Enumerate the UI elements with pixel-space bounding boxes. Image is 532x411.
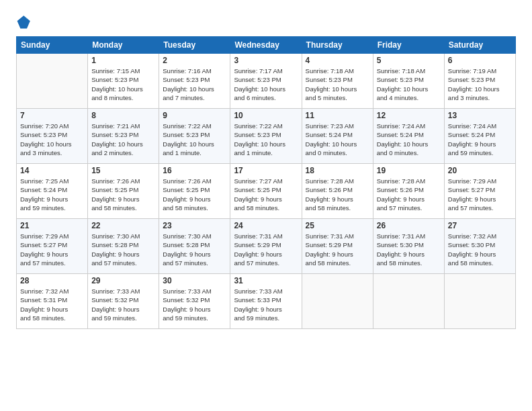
day-info: Sunrise: 7:27 AM Sunset: 5:25 PM Dayligh… [234, 177, 298, 212]
calendar-cell: 10Sunrise: 7:22 AM Sunset: 5:23 PM Dayli… [230, 109, 302, 164]
day-info: Sunrise: 7:31 AM Sunset: 5:30 PM Dayligh… [377, 232, 441, 267]
calendar-cell [17, 54, 88, 109]
calendar-day-header: Wednesday [230, 37, 302, 54]
day-number: 25 [306, 221, 369, 230]
calendar-day-header: Thursday [302, 37, 373, 54]
calendar-cell: 12Sunrise: 7:24 AM Sunset: 5:24 PM Dayli… [373, 109, 444, 164]
day-info: Sunrise: 7:33 AM Sunset: 5:32 PM Dayligh… [91, 287, 155, 322]
day-number: 17 [234, 166, 298, 175]
logo [16, 13, 35, 30]
day-info: Sunrise: 7:29 AM Sunset: 5:27 PM Dayligh… [448, 177, 512, 212]
day-info: Sunrise: 7:26 AM Sunset: 5:25 PM Dayligh… [91, 177, 155, 212]
day-number: 29 [91, 276, 155, 285]
day-info: Sunrise: 7:32 AM Sunset: 5:30 PM Dayligh… [448, 232, 512, 267]
day-number: 15 [91, 166, 155, 175]
calendar-cell: 20Sunrise: 7:29 AM Sunset: 5:27 PM Dayli… [444, 164, 515, 219]
day-info: Sunrise: 7:30 AM Sunset: 5:28 PM Dayligh… [91, 232, 155, 267]
calendar-cell: 1Sunrise: 7:15 AM Sunset: 5:23 PM Daylig… [88, 54, 159, 109]
page: SundayMondayTuesdayWednesdayThursdayFrid… [0, 0, 532, 411]
day-number: 11 [306, 111, 369, 120]
day-info: Sunrise: 7:31 AM Sunset: 5:29 PM Dayligh… [234, 232, 298, 267]
day-number: 19 [377, 166, 441, 175]
day-number: 2 [163, 56, 226, 65]
calendar-cell: 7Sunrise: 7:20 AM Sunset: 5:23 PM Daylig… [17, 109, 88, 164]
day-number: 4 [306, 56, 369, 65]
day-info: Sunrise: 7:33 AM Sunset: 5:32 PM Dayligh… [163, 287, 226, 322]
svg-marker-0 [17, 15, 30, 28]
calendar-week-row: 7Sunrise: 7:20 AM Sunset: 5:23 PM Daylig… [17, 109, 516, 164]
calendar-day-header: Friday [373, 37, 444, 54]
day-number: 1 [91, 56, 155, 65]
calendar-day-header: Saturday [444, 37, 515, 54]
day-number: 20 [448, 166, 512, 175]
calendar-cell: 3Sunrise: 7:17 AM Sunset: 5:23 PM Daylig… [230, 54, 302, 109]
calendar-table: SundayMondayTuesdayWednesdayThursdayFrid… [16, 36, 516, 329]
calendar-cell: 21Sunrise: 7:29 AM Sunset: 5:27 PM Dayli… [17, 219, 88, 274]
day-info: Sunrise: 7:25 AM Sunset: 5:24 PM Dayligh… [20, 177, 84, 212]
calendar-day-header: Tuesday [159, 37, 230, 54]
calendar-cell [302, 274, 373, 329]
calendar-cell: 22Sunrise: 7:30 AM Sunset: 5:28 PM Dayli… [88, 219, 159, 274]
day-info: Sunrise: 7:15 AM Sunset: 5:23 PM Dayligh… [91, 66, 155, 102]
day-number: 6 [448, 56, 512, 65]
calendar-cell: 8Sunrise: 7:21 AM Sunset: 5:23 PM Daylig… [88, 109, 159, 164]
day-number: 26 [377, 221, 441, 230]
calendar-cell: 9Sunrise: 7:22 AM Sunset: 5:23 PM Daylig… [159, 109, 230, 164]
calendar-cell [373, 274, 444, 329]
day-info: Sunrise: 7:31 AM Sunset: 5:29 PM Dayligh… [306, 232, 369, 267]
day-number: 10 [234, 111, 298, 120]
calendar-week-row: 28Sunrise: 7:32 AM Sunset: 5:31 PM Dayli… [17, 274, 516, 329]
day-info: Sunrise: 7:22 AM Sunset: 5:23 PM Dayligh… [234, 122, 298, 157]
day-info: Sunrise: 7:28 AM Sunset: 5:26 PM Dayligh… [377, 177, 441, 212]
day-info: Sunrise: 7:16 AM Sunset: 5:23 PM Dayligh… [163, 66, 226, 102]
day-number: 27 [448, 221, 512, 230]
calendar-cell: 14Sunrise: 7:25 AM Sunset: 5:24 PM Dayli… [17, 164, 88, 219]
calendar-cell: 2Sunrise: 7:16 AM Sunset: 5:23 PM Daylig… [159, 54, 230, 109]
day-info: Sunrise: 7:33 AM Sunset: 5:33 PM Dayligh… [234, 287, 298, 322]
day-number: 28 [20, 276, 84, 285]
day-info: Sunrise: 7:24 AM Sunset: 5:24 PM Dayligh… [448, 122, 512, 157]
calendar-cell: 11Sunrise: 7:23 AM Sunset: 5:24 PM Dayli… [302, 109, 373, 164]
day-number: 9 [163, 111, 226, 120]
day-number: 18 [306, 166, 369, 175]
day-number: 22 [91, 221, 155, 230]
calendar-cell: 23Sunrise: 7:30 AM Sunset: 5:28 PM Dayli… [159, 219, 230, 274]
day-number: 12 [377, 111, 441, 120]
calendar-cell: 5Sunrise: 7:18 AM Sunset: 5:23 PM Daylig… [373, 54, 444, 109]
calendar-week-row: 21Sunrise: 7:29 AM Sunset: 5:27 PM Dayli… [17, 219, 516, 274]
day-info: Sunrise: 7:22 AM Sunset: 5:23 PM Dayligh… [163, 122, 226, 157]
calendar-cell: 16Sunrise: 7:26 AM Sunset: 5:25 PM Dayli… [159, 164, 230, 219]
day-number: 7 [20, 111, 84, 120]
day-number: 24 [234, 221, 298, 230]
calendar-cell: 18Sunrise: 7:28 AM Sunset: 5:26 PM Dayli… [302, 164, 373, 219]
day-info: Sunrise: 7:23 AM Sunset: 5:24 PM Dayligh… [306, 122, 369, 157]
calendar-week-row: 14Sunrise: 7:25 AM Sunset: 5:24 PM Dayli… [17, 164, 516, 219]
calendar-cell: 27Sunrise: 7:32 AM Sunset: 5:30 PM Dayli… [444, 219, 515, 274]
day-info: Sunrise: 7:20 AM Sunset: 5:23 PM Dayligh… [20, 122, 84, 157]
logo-icon [16, 13, 32, 30]
calendar-cell: 30Sunrise: 7:33 AM Sunset: 5:32 PM Dayli… [159, 274, 230, 329]
day-number: 23 [163, 221, 226, 230]
day-info: Sunrise: 7:29 AM Sunset: 5:27 PM Dayligh… [20, 232, 84, 267]
calendar-cell: 25Sunrise: 7:31 AM Sunset: 5:29 PM Dayli… [302, 219, 373, 274]
calendar-cell: 28Sunrise: 7:32 AM Sunset: 5:31 PM Dayli… [17, 274, 88, 329]
day-number: 31 [234, 276, 298, 285]
day-number: 8 [91, 111, 155, 120]
day-number: 3 [234, 56, 298, 65]
calendar-cell: 31Sunrise: 7:33 AM Sunset: 5:33 PM Dayli… [230, 274, 302, 329]
calendar-cell: 19Sunrise: 7:28 AM Sunset: 5:26 PM Dayli… [373, 164, 444, 219]
day-info: Sunrise: 7:30 AM Sunset: 5:28 PM Dayligh… [163, 232, 226, 267]
day-info: Sunrise: 7:28 AM Sunset: 5:26 PM Dayligh… [306, 177, 369, 212]
calendar-day-header: Monday [88, 37, 159, 54]
calendar-cell: 15Sunrise: 7:26 AM Sunset: 5:25 PM Dayli… [88, 164, 159, 219]
day-number: 5 [377, 56, 441, 65]
calendar-cell: 24Sunrise: 7:31 AM Sunset: 5:29 PM Dayli… [230, 219, 302, 274]
day-info: Sunrise: 7:26 AM Sunset: 5:25 PM Dayligh… [163, 177, 226, 212]
day-info: Sunrise: 7:19 AM Sunset: 5:23 PM Dayligh… [448, 66, 512, 102]
day-info: Sunrise: 7:17 AM Sunset: 5:23 PM Dayligh… [234, 66, 298, 102]
day-number: 14 [20, 166, 84, 175]
calendar-cell: 4Sunrise: 7:18 AM Sunset: 5:23 PM Daylig… [302, 54, 373, 109]
day-number: 16 [163, 166, 226, 175]
calendar-cell: 29Sunrise: 7:33 AM Sunset: 5:32 PM Dayli… [88, 274, 159, 329]
day-number: 30 [163, 276, 226, 285]
